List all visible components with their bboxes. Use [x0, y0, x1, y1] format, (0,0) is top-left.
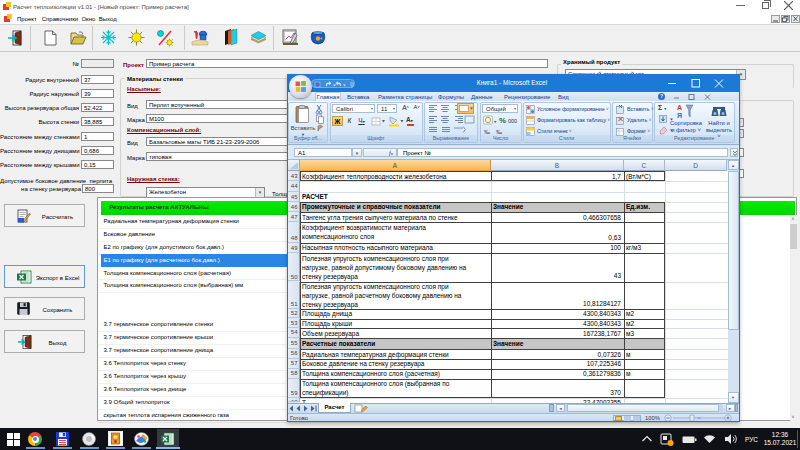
svg-text:А: А — [677, 104, 682, 111]
svg-text:Я: Я — [677, 112, 682, 119]
svg-text:%: % — [499, 116, 506, 125]
svg-text:‰: ‰ — [496, 129, 502, 135]
svg-text:‰: ‰ — [484, 129, 490, 135]
svg-text:000: 000 — [508, 118, 517, 124]
